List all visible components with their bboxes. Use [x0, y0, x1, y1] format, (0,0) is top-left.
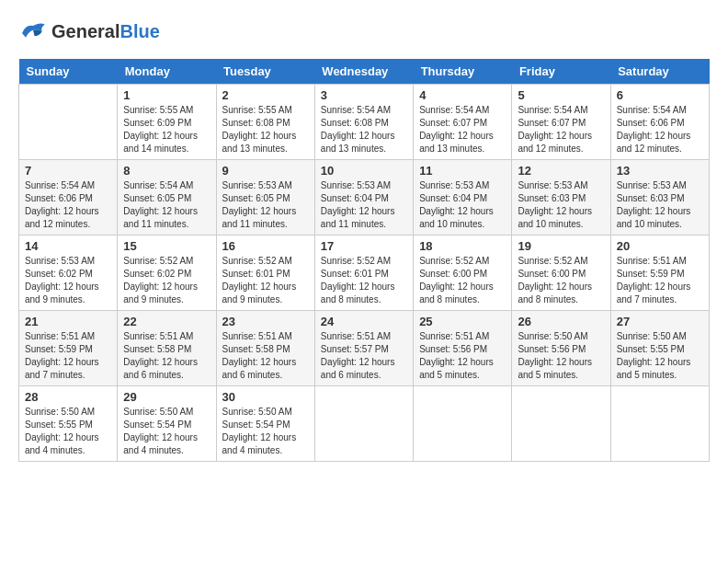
day-info: Sunrise: 5:50 AM Sunset: 5:54 PM Dayligh… — [123, 406, 210, 457]
day-number: 6 — [617, 88, 703, 102]
col-header-sunday: Sunday — [19, 59, 118, 85]
calendar-week-row: 7Sunrise: 5:54 AM Sunset: 6:06 PM Daylig… — [19, 160, 710, 236]
day-number: 9 — [222, 164, 309, 178]
day-info: Sunrise: 5:53 AM Sunset: 6:04 PM Dayligh… — [419, 179, 506, 231]
day-number: 25 — [419, 315, 506, 328]
day-info: Sunrise: 5:52 AM Sunset: 6:00 PM Dayligh… — [419, 255, 506, 306]
day-number: 30 — [222, 390, 309, 404]
day-info: Sunrise: 5:52 AM Sunset: 6:00 PM Dayligh… — [518, 255, 604, 306]
day-info: Sunrise: 5:50 AM Sunset: 5:55 PM Dayligh… — [617, 330, 703, 382]
calendar-cell: 30Sunrise: 5:50 AM Sunset: 5:54 PM Dayli… — [216, 386, 314, 462]
day-info: Sunrise: 5:50 AM Sunset: 5:55 PM Dayligh… — [25, 406, 111, 457]
day-number: 1 — [123, 88, 210, 102]
day-info: Sunrise: 5:53 AM Sunset: 6:05 PM Dayligh… — [222, 179, 309, 231]
day-number: 5 — [518, 88, 604, 102]
calendar-cell — [610, 386, 709, 462]
calendar-cell: 9Sunrise: 5:53 AM Sunset: 6:05 PM Daylig… — [216, 160, 314, 236]
day-number: 8 — [123, 164, 210, 178]
calendar-cell: 2Sunrise: 5:55 AM Sunset: 6:08 PM Daylig… — [216, 85, 314, 160]
day-info: Sunrise: 5:55 AM Sunset: 6:09 PM Dayligh… — [123, 104, 210, 155]
day-number: 23 — [222, 315, 309, 328]
calendar-cell — [19, 85, 118, 160]
col-header-tuesday: Tuesday — [216, 59, 314, 85]
calendar-cell: 11Sunrise: 5:53 AM Sunset: 6:04 PM Dayli… — [414, 160, 512, 236]
day-info: Sunrise: 5:53 AM Sunset: 6:03 PM Dayligh… — [617, 179, 703, 231]
day-number: 14 — [25, 239, 111, 253]
calendar-week-row: 1Sunrise: 5:55 AM Sunset: 6:09 PM Daylig… — [19, 85, 710, 160]
day-number: 16 — [222, 239, 309, 253]
calendar-cell — [512, 386, 610, 462]
day-info: Sunrise: 5:54 AM Sunset: 6:06 PM Dayligh… — [25, 179, 111, 231]
col-header-monday: Monday — [118, 59, 216, 85]
day-number: 2 — [222, 88, 309, 102]
day-info: Sunrise: 5:51 AM Sunset: 5:59 PM Dayligh… — [617, 255, 703, 306]
day-number: 17 — [321, 239, 407, 253]
day-info: Sunrise: 5:51 AM Sunset: 5:56 PM Dayligh… — [419, 330, 506, 382]
calendar-cell: 12Sunrise: 5:53 AM Sunset: 6:03 PM Dayli… — [512, 160, 610, 236]
day-number: 11 — [419, 164, 506, 178]
day-number: 3 — [321, 88, 407, 102]
day-info: Sunrise: 5:50 AM Sunset: 5:56 PM Dayligh… — [518, 330, 604, 382]
day-info: Sunrise: 5:53 AM Sunset: 6:02 PM Dayligh… — [25, 255, 111, 306]
calendar-cell: 3Sunrise: 5:54 AM Sunset: 6:08 PM Daylig… — [314, 85, 413, 160]
calendar-cell: 25Sunrise: 5:51 AM Sunset: 5:56 PM Dayli… — [414, 311, 512, 386]
calendar-cell — [314, 386, 413, 462]
calendar-cell: 29Sunrise: 5:50 AM Sunset: 5:54 PM Dayli… — [118, 386, 216, 462]
calendar-cell: 8Sunrise: 5:54 AM Sunset: 6:05 PM Daylig… — [118, 160, 216, 236]
day-info: Sunrise: 5:54 AM Sunset: 6:07 PM Dayligh… — [419, 104, 506, 155]
day-number: 13 — [617, 164, 703, 178]
day-number: 18 — [419, 239, 506, 253]
calendar-cell: 15Sunrise: 5:52 AM Sunset: 6:02 PM Dayli… — [118, 236, 216, 311]
calendar-week-row: 28Sunrise: 5:50 AM Sunset: 5:55 PM Dayli… — [19, 386, 710, 462]
calendar-cell: 4Sunrise: 5:54 AM Sunset: 6:07 PM Daylig… — [414, 85, 512, 160]
day-info: Sunrise: 5:50 AM Sunset: 5:54 PM Dayligh… — [222, 406, 309, 457]
day-number: 20 — [617, 239, 703, 253]
day-number: 21 — [25, 315, 111, 328]
calendar-cell: 5Sunrise: 5:54 AM Sunset: 6:07 PM Daylig… — [512, 85, 610, 160]
day-number: 4 — [419, 88, 506, 102]
day-info: Sunrise: 5:51 AM Sunset: 5:58 PM Dayligh… — [222, 330, 309, 382]
calendar-week-row: 21Sunrise: 5:51 AM Sunset: 5:59 PM Dayli… — [19, 311, 710, 386]
calendar-cell: 26Sunrise: 5:50 AM Sunset: 5:56 PM Dayli… — [512, 311, 610, 386]
day-info: Sunrise: 5:54 AM Sunset: 6:06 PM Dayligh… — [617, 104, 703, 155]
day-number: 22 — [123, 315, 210, 328]
col-header-wednesday: Wednesday — [314, 59, 413, 85]
day-number: 7 — [25, 164, 111, 178]
day-info: Sunrise: 5:54 AM Sunset: 6:08 PM Dayligh… — [321, 104, 407, 155]
day-info: Sunrise: 5:52 AM Sunset: 6:01 PM Dayligh… — [321, 255, 407, 306]
calendar-cell: 24Sunrise: 5:51 AM Sunset: 5:57 PM Dayli… — [314, 311, 413, 386]
calendar-cell: 23Sunrise: 5:51 AM Sunset: 5:58 PM Dayli… — [216, 311, 314, 386]
day-info: Sunrise: 5:55 AM Sunset: 6:08 PM Dayligh… — [222, 104, 309, 155]
calendar-cell: 13Sunrise: 5:53 AM Sunset: 6:03 PM Dayli… — [610, 160, 709, 236]
day-info: Sunrise: 5:51 AM Sunset: 5:57 PM Dayligh… — [321, 330, 407, 382]
logo-text: GeneralBlue — [51, 21, 160, 42]
col-header-saturday: Saturday — [610, 59, 709, 85]
day-number: 27 — [617, 315, 703, 328]
day-number: 29 — [123, 390, 210, 404]
day-number: 28 — [25, 390, 111, 404]
calendar-cell: 20Sunrise: 5:51 AM Sunset: 5:59 PM Dayli… — [610, 236, 709, 311]
calendar-cell: 21Sunrise: 5:51 AM Sunset: 5:59 PM Dayli… — [19, 311, 118, 386]
calendar-cell — [414, 386, 512, 462]
calendar-cell: 7Sunrise: 5:54 AM Sunset: 6:06 PM Daylig… — [19, 160, 118, 236]
col-header-thursday: Thursday — [414, 59, 512, 85]
calendar-cell: 17Sunrise: 5:52 AM Sunset: 6:01 PM Dayli… — [314, 236, 413, 311]
day-info: Sunrise: 5:51 AM Sunset: 5:58 PM Dayligh… — [123, 330, 210, 382]
day-number: 24 — [321, 315, 407, 328]
col-header-friday: Friday — [512, 59, 610, 85]
day-number: 12 — [518, 164, 604, 178]
day-info: Sunrise: 5:54 AM Sunset: 6:05 PM Dayligh… — [123, 179, 210, 231]
day-number: 26 — [518, 315, 604, 328]
day-info: Sunrise: 5:52 AM Sunset: 6:01 PM Dayligh… — [222, 255, 309, 306]
calendar-cell: 27Sunrise: 5:50 AM Sunset: 5:55 PM Dayli… — [610, 311, 709, 386]
day-number: 10 — [321, 164, 407, 178]
day-info: Sunrise: 5:53 AM Sunset: 6:03 PM Dayligh… — [518, 179, 604, 231]
calendar-cell: 14Sunrise: 5:53 AM Sunset: 6:02 PM Dayli… — [19, 236, 118, 311]
calendar-table: SundayMondayTuesdayWednesdayThursdayFrid… — [18, 59, 710, 462]
calendar-cell: 22Sunrise: 5:51 AM Sunset: 5:58 PM Dayli… — [118, 311, 216, 386]
day-number: 15 — [123, 239, 210, 253]
day-info: Sunrise: 5:51 AM Sunset: 5:59 PM Dayligh… — [25, 330, 111, 382]
day-number: 19 — [518, 239, 604, 253]
calendar-cell: 6Sunrise: 5:54 AM Sunset: 6:06 PM Daylig… — [610, 85, 709, 160]
calendar-week-row: 14Sunrise: 5:53 AM Sunset: 6:02 PM Dayli… — [19, 236, 710, 311]
